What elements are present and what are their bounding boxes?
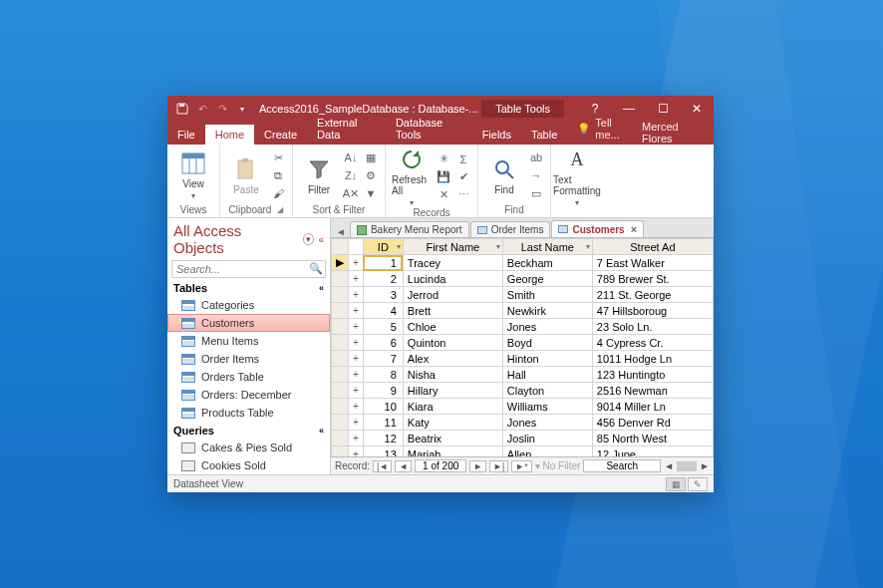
expand-icon[interactable]: +: [349, 255, 364, 271]
row-selector[interactable]: ▶: [332, 255, 349, 271]
cell-id[interactable]: 6: [363, 335, 403, 351]
cell-address[interactable]: 211 St. George: [592, 287, 713, 303]
col-first-name[interactable]: First Name▾: [403, 239, 502, 255]
expand-icon[interactable]: +: [349, 399, 364, 415]
user-name[interactable]: Merced Flores: [642, 121, 714, 145]
prev-record-button[interactable]: ◄: [395, 460, 412, 472]
cell-address[interactable]: 9014 Miller Ln: [592, 399, 713, 415]
cell-first-name[interactable]: Jerrod: [403, 287, 502, 303]
cell-id[interactable]: 1: [363, 255, 403, 271]
tab-external-data[interactable]: External Data: [307, 113, 386, 145]
table-row[interactable]: +4BrettNewkirk47 Hillsboroug: [332, 303, 714, 319]
text-formatting-button[interactable]: A Text Formatting ▾: [557, 147, 597, 207]
select-icon[interactable]: ▭: [528, 185, 544, 201]
table-row[interactable]: +5ChloeJones23 Solo Ln.: [332, 319, 714, 335]
format-painter-icon[interactable]: 🖌: [270, 185, 286, 201]
cell-last-name[interactable]: Jones: [502, 415, 592, 431]
datasheet-view-button[interactable]: ▦: [666, 477, 686, 491]
cut-icon[interactable]: ✂: [270, 149, 286, 165]
cell-first-name[interactable]: Brett: [403, 303, 502, 319]
cell-address[interactable]: 47 Hillsboroug: [592, 303, 713, 319]
search-input[interactable]: [171, 260, 326, 278]
nav-item-cookies-sold[interactable]: Cookies Sold: [167, 456, 330, 474]
nav-item-products-table[interactable]: Products Table: [167, 404, 330, 421]
cell-first-name[interactable]: Nisha: [403, 367, 502, 383]
row-selector[interactable]: [332, 335, 349, 351]
record-position-input[interactable]: [415, 459, 466, 472]
cell-address[interactable]: 23 Solo Ln.: [592, 319, 713, 335]
search-icon[interactable]: 🔍: [309, 262, 323, 275]
expand-icon[interactable]: +: [349, 303, 364, 319]
table-row[interactable]: +8NishaHall123 Huntingto: [332, 367, 714, 383]
qat-dropdown-icon[interactable]: ▾: [235, 102, 249, 116]
cell-last-name[interactable]: Smith: [502, 287, 592, 303]
find-button[interactable]: Find: [484, 156, 524, 195]
doctab-customers[interactable]: Customers×: [551, 220, 644, 237]
cell-last-name[interactable]: Clayton: [502, 383, 592, 399]
table-row[interactable]: +9HillaryClayton2516 Newman: [332, 383, 714, 399]
doctab-bakery-report[interactable]: Bakery Menu Report: [350, 221, 469, 237]
cell-id[interactable]: 11: [363, 415, 403, 431]
cell-first-name[interactable]: Tracey: [403, 255, 502, 271]
cell-last-name[interactable]: Boyd: [502, 335, 592, 351]
table-row[interactable]: +6QuintonBoyd4 Cypress Cr.: [332, 335, 714, 351]
redo-icon[interactable]: ↷: [215, 102, 229, 116]
cell-last-name[interactable]: Jones: [502, 319, 592, 335]
expand-icon[interactable]: +: [349, 335, 364, 351]
nav-dropdown-icon[interactable]: ▾: [303, 233, 315, 245]
tab-nav-left-icon[interactable]: ◄: [333, 226, 349, 237]
cell-id[interactable]: 8: [363, 367, 403, 383]
expand-icon[interactable]: +: [349, 319, 364, 335]
tab-file[interactable]: File: [167, 125, 205, 145]
row-selector[interactable]: [332, 319, 349, 335]
tab-fields[interactable]: Fields: [472, 125, 521, 145]
nav-item-order-items[interactable]: Order Items: [167, 350, 330, 368]
table-row[interactable]: ▶+1TraceyBeckham7 East Walker: [332, 255, 714, 271]
new-record-button[interactable]: ►*: [511, 460, 531, 472]
cell-address[interactable]: 85 North West: [592, 431, 713, 446]
close-button[interactable]: ✕: [680, 96, 714, 122]
copy-icon[interactable]: ⧉: [270, 167, 286, 183]
cell-first-name[interactable]: Beatrix: [403, 431, 502, 446]
view-button[interactable]: View ▾: [173, 150, 213, 200]
cell-first-name[interactable]: Katy: [403, 415, 502, 431]
nav-section-tables[interactable]: Tables«: [167, 278, 330, 296]
tell-me[interactable]: 💡Tell me...: [567, 113, 642, 145]
table-row[interactable]: +7AlexHinton1011 Hodge Ln: [332, 351, 714, 367]
nav-section-queries[interactable]: Queries«: [167, 421, 330, 439]
chevron-down-icon[interactable]: ▾: [496, 242, 500, 251]
hscroll-right-icon[interactable]: ►: [700, 460, 710, 471]
cell-last-name[interactable]: Allen: [502, 446, 592, 457]
hscrollbar[interactable]: [677, 461, 697, 471]
cell-address[interactable]: 456 Denver Rd: [592, 415, 713, 431]
expand-icon[interactable]: +: [349, 431, 364, 446]
advanced-icon[interactable]: ⚙: [363, 167, 379, 183]
cell-id[interactable]: 2: [363, 271, 403, 287]
nav-item-cakes-pies-sold[interactable]: Cakes & Pies Sold: [167, 439, 330, 456]
row-selector[interactable]: [332, 431, 349, 446]
cell-address[interactable]: 123 Huntingto: [592, 367, 713, 383]
nav-item-categories[interactable]: Categories: [167, 296, 330, 314]
cell-last-name[interactable]: George: [502, 271, 592, 287]
row-selector[interactable]: [332, 383, 349, 399]
row-selector[interactable]: [332, 446, 349, 457]
doctab-order-items[interactable]: Order Items: [470, 221, 551, 237]
row-selector[interactable]: [332, 415, 349, 431]
replace-icon[interactable]: ab: [528, 149, 544, 165]
nav-header[interactable]: All Access Objects ▾ «: [167, 218, 330, 260]
col-street-address[interactable]: Street Ad: [592, 239, 713, 255]
row-selector[interactable]: [332, 399, 349, 415]
nav-item-orders-december[interactable]: Orders: December: [167, 386, 330, 404]
cell-address[interactable]: 4 Cypress Cr.: [592, 335, 713, 351]
dialog-launcher-icon[interactable]: ◢: [277, 205, 283, 214]
cell-address[interactable]: 1011 Hodge Ln: [592, 351, 713, 367]
cell-first-name[interactable]: Quinton: [403, 335, 502, 351]
table-row[interactable]: +2LucindaGeorge789 Brewer St.: [332, 271, 714, 287]
cell-id[interactable]: 5: [363, 319, 403, 335]
row-selector[interactable]: [332, 303, 349, 319]
table-row[interactable]: +3JerrodSmith211 St. George: [332, 287, 714, 303]
refresh-all-button[interactable]: Refresh All ▾: [392, 147, 432, 207]
cell-id[interactable]: 13: [363, 446, 403, 457]
col-id[interactable]: ID▾: [363, 239, 403, 255]
cell-id[interactable]: 4: [363, 303, 403, 319]
